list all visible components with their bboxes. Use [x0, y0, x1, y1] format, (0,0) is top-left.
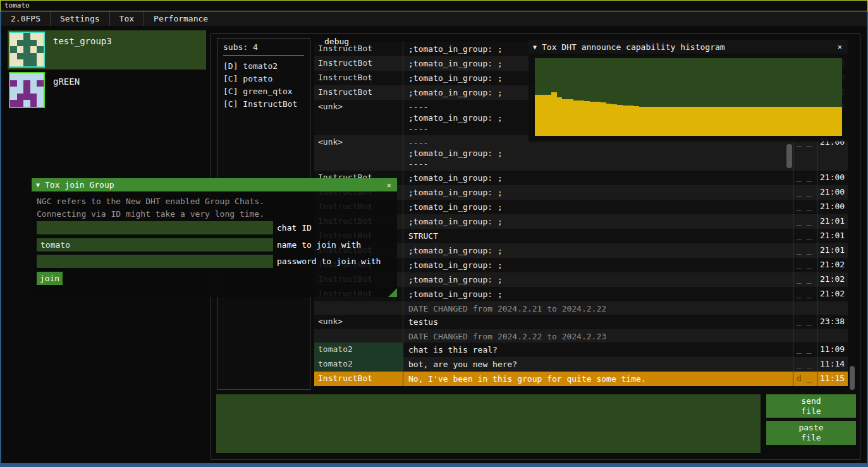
histogram-bar [595, 102, 601, 136]
message-text: ;tomato_in_group: ; [403, 214, 793, 229]
send-file-button[interactable]: send file [766, 394, 856, 418]
group-row-gREEN[interactable]: gREEN [8, 71, 206, 110]
histogram-bar [721, 107, 727, 136]
message-delivery-indicator: d _ [793, 372, 817, 386]
message-sender: tomato2 [314, 343, 403, 357]
menu-item-performance[interactable]: Performance [144, 11, 217, 26]
join-field-input[interactable] [37, 238, 273, 252]
message-delivery-indicator: _ _ [793, 272, 817, 287]
member-connection-tag: [C] [223, 99, 238, 109]
join-field-row: chat ID [37, 221, 312, 234]
join-group-body: NGC refers to the New DHT enabled Group … [32, 191, 397, 297]
message-sender: InstructBot [314, 56, 403, 71]
dht-histogram-window: ▼ Tox DHT announce capability histogram … [529, 40, 848, 142]
histogram-bar [793, 107, 798, 136]
panel-scrollbar-thumb[interactable] [850, 366, 855, 390]
member-name: potato [243, 74, 272, 83]
histogram-bar [727, 107, 733, 136]
histogram-bar [562, 99, 568, 136]
member-item[interactable]: [C] green_qtox [223, 85, 304, 98]
group-row-test_group3[interactable]: test_group3 [8, 30, 206, 70]
group-avatar [9, 72, 45, 108]
menu-item-label: Settings [60, 14, 100, 23]
group-name: test_group3 [53, 36, 112, 68]
member-item[interactable]: [D] tomato2 [223, 60, 304, 73]
dht-histogram-title-bar[interactable]: ▼ Tox DHT announce capability histogram … [529, 40, 848, 54]
window-title-bar[interactable]: tomato [0, 0, 868, 11]
message-delivery-indicator [793, 329, 817, 343]
message-delivery-indicator: _ _ [793, 343, 817, 357]
collapse-icon[interactable]: ▼ [36, 181, 40, 188]
message-text: STRUCT [403, 229, 793, 243]
menu-item-settings[interactable]: Settings [50, 11, 109, 26]
message-text: DATE CHANGED from 2024.2.22 to 2024.2.23 [403, 329, 793, 343]
histogram-bar [584, 101, 590, 136]
message-delivery-indicator: _ _ [793, 171, 817, 185]
member-name: InstructBot [243, 99, 297, 109]
chat-message-row[interactable]: tomato2 chat is this real? _ _ 11:09 [314, 343, 848, 357]
message-timestamp: 21:00 [817, 185, 848, 200]
message-timestamp: 21:01 [817, 229, 848, 243]
message-input[interactable] [216, 394, 761, 453]
histogram-bar [820, 107, 826, 136]
message-text: No, I've been in this group for quite so… [403, 372, 793, 386]
histogram-bar [754, 107, 760, 136]
chat-scrollbar-thumb[interactable] [786, 144, 792, 168]
histogram-bar [590, 102, 596, 136]
chat-message-row[interactable]: DATE CHANGED from 2024.2.22 to 2024.2.23 [314, 329, 848, 343]
histogram-bar [826, 107, 831, 136]
histogram-bar [776, 107, 782, 136]
message-sender: InstructBot [314, 85, 403, 100]
menu-item-2.0fps[interactable]: 2.0FPS [1, 11, 50, 26]
message-delivery-indicator: _ _ [793, 287, 817, 301]
member-item[interactable]: [C] InstructBot [223, 98, 304, 111]
close-icon[interactable]: ✕ [386, 181, 393, 190]
join-field-row: password to join with [37, 255, 381, 268]
histogram-bar [814, 107, 820, 136]
chat-message-row[interactable]: InstructBot No, I've been in this group … [314, 372, 848, 386]
histogram-bar [683, 107, 688, 136]
chat-message-row[interactable]: DATE CHANGED from 2024.2.21 to 2024.2.22 [314, 301, 848, 315]
histogram-bar [781, 107, 787, 136]
member-connection-tag: [D] [223, 61, 238, 71]
message-sender: InstructBot [314, 372, 403, 386]
histogram-bar [732, 107, 738, 136]
message-delivery-indicator: _ _ [793, 185, 817, 200]
histogram-bar [765, 107, 771, 136]
join-group-title: Tox join Group [45, 180, 114, 190]
paste-file-button[interactable]: paste file [766, 421, 856, 445]
message-sender [314, 301, 403, 315]
menu-item-label: 2.0FPS [11, 14, 40, 23]
message-text: DATE CHANGED from 2024.2.21 to 2024.2.22 [403, 301, 793, 315]
message-sender: tomato2 [314, 357, 403, 372]
message-timestamp: 21:00 [817, 200, 848, 214]
tab-debug[interactable]: debug [324, 37, 349, 46]
message-timestamp: 11:09 [817, 343, 848, 357]
collapse-icon[interactable]: ▼ [533, 44, 537, 51]
message-text: ;tomato_in_group: ; [403, 185, 793, 200]
message-timestamp: 21:02 [817, 287, 848, 301]
menu-item-label: Tox [119, 14, 134, 23]
histogram-bar [743, 107, 749, 136]
window-title: tomato [4, 1, 30, 9]
menu-bar: 2.0FPS Settings Tox Performance [1, 11, 867, 26]
member-item[interactable]: [C] potato [223, 73, 304, 85]
chat-message-row[interactable]: <unk> testus _ _ 23:38 [314, 315, 848, 329]
histogram-bar [644, 107, 650, 136]
join-field-input[interactable] [37, 221, 273, 234]
menu-item-tox[interactable]: Tox [109, 11, 144, 26]
chat-message-row[interactable]: tomato2 bot, are you new here? _ _ 11:14 [314, 357, 848, 372]
message-timestamp: 21:01 [817, 243, 848, 258]
histogram-bar [578, 100, 584, 136]
join-group-title-bar[interactable]: ▼ Tox join Group ✕ [32, 178, 397, 191]
dht-histogram-title: Tox DHT announce capability histogram [542, 42, 725, 52]
join-field-input[interactable] [37, 255, 273, 268]
close-icon[interactable]: ✕ [836, 42, 843, 51]
member-name: green_qtox [243, 87, 292, 96]
app-window: tomato 2.0FPS Settings Tox Performance t… [0, 0, 868, 467]
join-group-description-line1: NGC refers to the New DHT enabled Group … [37, 197, 264, 206]
group-avatar [9, 32, 45, 68]
join-button[interactable]: join [37, 272, 63, 285]
resize-grip[interactable] [388, 288, 397, 297]
histogram-bar [606, 104, 612, 136]
